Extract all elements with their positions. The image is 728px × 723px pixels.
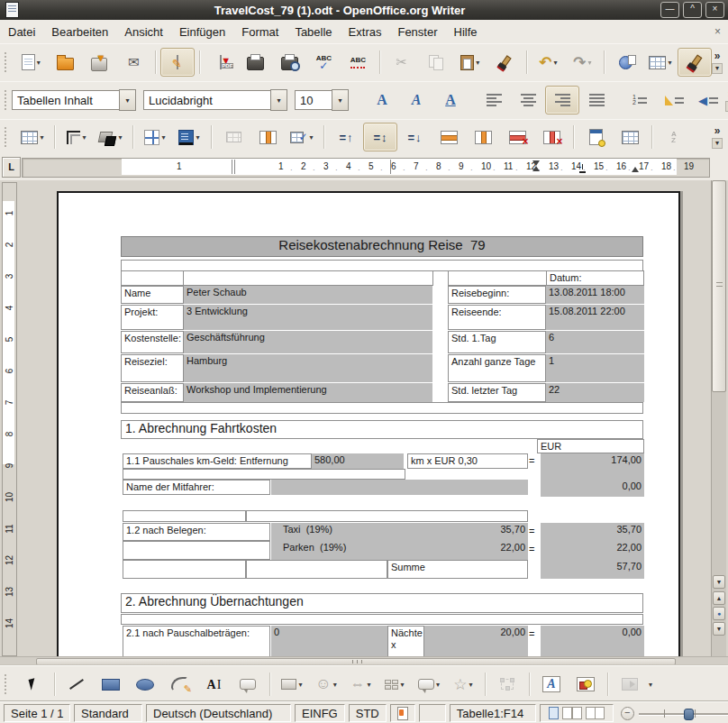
km-value[interactable]: 580,00	[312, 453, 404, 469]
print-button[interactable]	[238, 48, 272, 77]
toolbar-overflow[interactable]: »▾	[712, 126, 723, 149]
summe-total[interactable]: 57,70	[541, 560, 644, 579]
insert-mode[interactable]: EINFG	[295, 704, 345, 722]
table-cell[interactable]	[121, 402, 643, 414]
taxi-total[interactable]: 35,70	[541, 523, 644, 541]
menu-item-tabelle[interactable]: Tabelle	[287, 23, 340, 41]
format-paintbrush-button[interactable]	[487, 48, 522, 77]
split-cells-button[interactable]	[250, 123, 285, 151]
modified-indicator[interactable]	[390, 704, 415, 722]
minimize-button[interactable]: —	[660, 2, 679, 18]
document-page[interactable]: Reisekostenabrechnung Reise 79 Datum: Na…	[57, 191, 680, 656]
chevron-down-icon[interactable]: ▾	[333, 681, 337, 689]
info-value[interactable]: Workshop und Implementierung	[184, 383, 432, 402]
column-divider[interactable]	[390, 160, 391, 174]
decrease-indent-button[interactable]: ◀	[691, 86, 725, 114]
zoom-track[interactable]	[639, 708, 728, 719]
scrollbar-thumb[interactable]	[712, 180, 726, 392]
symbol-shapes-button[interactable]: ☺▾	[309, 670, 343, 699]
spellcheck-button[interactable]: ABC✓	[306, 48, 341, 77]
border-color-button[interactable]: ▾	[94, 123, 128, 151]
info-value[interactable]: 6	[546, 331, 644, 353]
menu-item-ansicht[interactable]: Ansicht	[116, 23, 171, 41]
info-value[interactable]: 13.08.2011 18:00	[546, 286, 644, 304]
document-close-icon[interactable]: ×	[714, 25, 721, 38]
align-center-button[interactable]	[511, 86, 545, 114]
chevron-down-icon[interactable]: ▾	[649, 681, 652, 689]
menu-item-extras[interactable]: Extras	[341, 23, 390, 41]
book-view-button[interactable]	[586, 707, 596, 719]
info-value[interactable]: 3 Entwicklung	[184, 305, 432, 330]
column-divider[interactable]	[234, 160, 235, 174]
chevron-down-icon[interactable]: ▾	[161, 133, 165, 142]
previous-page-button[interactable]: ▲	[713, 591, 725, 605]
chevron-down-icon[interactable]: ▾	[367, 681, 370, 689]
scrollbar-thumb[interactable]	[36, 658, 676, 665]
bullets-button[interactable]	[657, 86, 691, 114]
table-cell[interactable]	[123, 560, 246, 579]
table-button[interactable]: ▾	[15, 123, 50, 151]
stars-button[interactable]: ☆▾	[446, 670, 480, 699]
eur-total-block[interactable]: 174,00 0,00	[541, 453, 644, 497]
tab-marker[interactable]	[579, 167, 586, 173]
km-geld-label[interactable]: 1.1 Pauschales km-Geld: Entfernung	[123, 453, 312, 469]
single-page-view-button[interactable]	[549, 707, 559, 719]
chevron-down-icon[interactable]: ▾	[712, 63, 723, 74]
toolbar-grip[interactable]	[5, 90, 6, 110]
menu-item-fenster[interactable]: Fenster	[389, 23, 445, 41]
underline-button[interactable]: A	[433, 86, 468, 114]
center-vertically-button[interactable]: =↕	[363, 123, 397, 151]
chevron-down-icon[interactable]: ▾	[476, 59, 479, 67]
pauschal-total[interactable]: 0,00	[541, 626, 644, 656]
tab-stop-selector[interactable]: L	[2, 157, 21, 178]
next-page-button[interactable]: ▼	[713, 622, 725, 636]
info-label[interactable]: Reiseanlaß:	[121, 383, 184, 402]
parken-total[interactable]: 22,00	[541, 541, 644, 560]
undo-button[interactable]: ↶▾	[531, 48, 565, 77]
naechte-unit[interactable]: Nächte x	[387, 626, 424, 656]
chevron-down-icon[interactable]: ▾	[119, 89, 136, 111]
table-cell[interactable]	[246, 560, 387, 579]
export-pdf-button[interactable]: ▼PDF	[204, 48, 238, 77]
chevron-down-icon[interactable]: ▾	[270, 89, 287, 111]
chevron-down-icon[interactable]: ▾	[712, 138, 723, 149]
table-cell-indicator[interactable]: Tabelle1:F14	[450, 704, 536, 722]
delete-row-button[interactable]: ×	[500, 123, 534, 151]
km-rate[interactable]: km x EUR 0,30	[407, 453, 528, 469]
section1-title[interactable]: 1. Abrechnung Fahrtkosten	[121, 420, 643, 439]
belege-label[interactable]: 1.2 nach Belegen:	[123, 523, 270, 541]
table-cell[interactable]	[183, 270, 433, 286]
column-divider[interactable]	[232, 160, 232, 174]
summe-label-cell[interactable]: Summe	[387, 560, 528, 579]
block-arrows-button[interactable]: ⇔▾	[343, 670, 378, 699]
toolbar-overflow[interactable]: »▾	[712, 51, 723, 74]
toolbar-grip[interactable]	[5, 674, 10, 694]
info-value[interactable]: Geschäftsführung	[184, 331, 432, 353]
doc-title[interactable]: Reisekostenabrechnung Reise 79	[121, 236, 643, 257]
chevron-down-icon[interactable]: ▾	[554, 59, 558, 67]
chevron-down-icon[interactable]: ▾	[310, 133, 314, 142]
menu-item-datei[interactable]: Datei	[0, 23, 43, 41]
insert-column-button[interactable]	[466, 123, 500, 151]
table-cell[interactable]	[246, 510, 528, 522]
page-indicator[interactable]: Seite 1 / 1	[4, 704, 70, 722]
indent-marker[interactable]	[532, 160, 540, 171]
scroll-down-button[interactable]: ▼	[713, 575, 725, 589]
two-page-view-button[interactable]	[562, 707, 572, 719]
menu-item-bearbeiten[interactable]: Bearbeiten	[43, 23, 116, 41]
table-cell[interactable]	[123, 510, 246, 522]
bold-button[interactable]: A	[365, 86, 399, 114]
menu-item-einfügen[interactable]: Einfügen	[171, 23, 233, 41]
info-value[interactable]: Hamburg	[184, 354, 432, 382]
info-value[interactable]: 22	[546, 383, 644, 402]
chevron-down-icon[interactable]: ▾	[469, 681, 473, 689]
autoformat-button[interactable]	[613, 123, 647, 151]
callouts-button[interactable]: ▾	[412, 670, 446, 699]
table-cell[interactable]	[121, 270, 184, 286]
chevron-down-icon[interactable]: ▾	[118, 133, 122, 142]
close-button[interactable]: ×	[705, 2, 724, 18]
info-label[interactable]: Reiseende:	[448, 305, 546, 330]
paragraph-style-combo[interactable]: Tabellen Inhalt ▾	[12, 89, 136, 111]
callout-button[interactable]	[231, 670, 265, 699]
chevron-down-icon[interactable]: ▾	[82, 133, 86, 142]
